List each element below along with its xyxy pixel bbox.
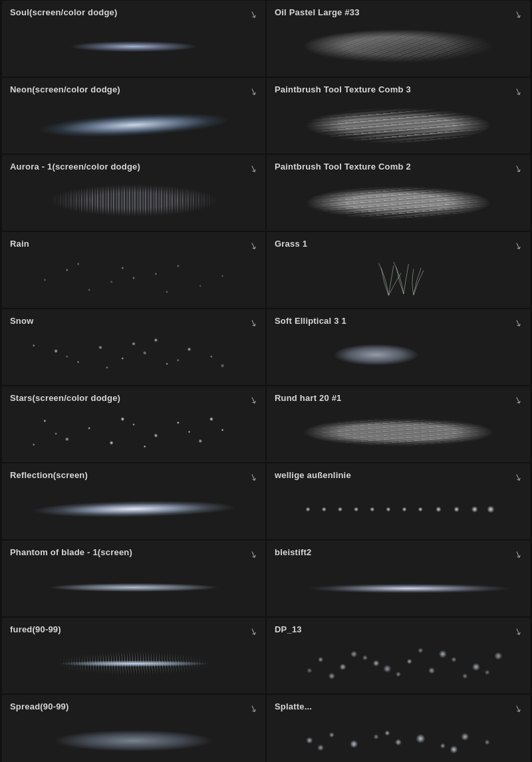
brush-preview-reflection [10,484,257,534]
brush-preview-aurora [10,176,257,225]
brush-name-neon: Neon(screen/color dodge) [10,84,257,94]
brush-name-soul: Soul(screen/color dodge) [10,7,257,17]
stroke-paintbrush3 [287,104,510,144]
brush-preview-paintbrush2 [275,176,522,225]
brush-preview-soft-elliptical [275,330,522,380]
brush-name-rund-hart: Rund hart 20 #1 [275,393,522,403]
brush-cell-grass[interactable]: Grass 1 ↘ [266,231,531,309]
brush-cell-aurora[interactable]: Aurora - 1(screen/color dodge) ↘ [1,154,266,231]
brush-name-soft-elliptical: Soft Elliptical 3 1 [275,316,522,326]
brush-grid: Soul(screen/color dodge) ↘ Oil Pastel La… [0,0,532,762]
stroke-paintbrush2 [287,181,510,221]
brush-name-paintbrush2: Paintbrush Tool Texture Comb 2 [275,162,522,172]
brush-name-dp13: DP_13 [275,624,522,634]
brush-name-phantom: Phantom of blade - 1(screen) [10,547,257,557]
brush-preview-splatter [275,715,522,762]
brush-cell-wellige[interactable]: wellige außenlinie ↘ [266,463,531,540]
stroke-snow [23,336,245,373]
stroke-soft-elliptical [287,336,510,373]
brush-preview-phantom [10,561,257,611]
brush-name-stars: Stars(screen/color dodge) [10,393,257,403]
brush-name-fured: fured(90-99) [10,624,257,634]
stroke-oil-pastel [287,28,510,64]
brush-name-reflection: Reflection(screen) [10,470,257,480]
brush-name-snow: Snow [10,316,257,326]
brush-name-oil-pastel: Oil Pastel Large #33 [275,7,522,17]
brush-preview-rain [10,253,257,303]
brush-cell-neon[interactable]: Neon(screen/color dodge) ↘ [1,77,266,154]
stroke-rain [23,258,245,298]
brush-preview-stars [10,407,257,457]
stroke-rund-hart [287,416,510,449]
brush-cell-oil-pastel[interactable]: Oil Pastel Large #33 ↘ [266,0,531,77]
stroke-spread [23,724,245,757]
brush-cell-soft-elliptical[interactable]: Soft Elliptical 3 1 ↘ [266,309,531,386]
stroke-soul [23,37,245,57]
brush-cell-paintbrush2[interactable]: Paintbrush Tool Texture Comb 2 ↘ [266,154,531,231]
stroke-reflection [22,495,245,523]
brush-preview-paintbrush3 [275,98,522,148]
brush-cell-bleistift[interactable]: bleistift2 ↘ [266,540,531,617]
stroke-aurora [23,182,245,219]
brush-preview-oil-pastel [275,21,522,71]
brush-preview-wellige [275,484,522,534]
brush-cell-soul[interactable]: Soul(screen/color dodge) ↘ [1,0,266,77]
brush-preview-spread [10,715,257,762]
brush-cell-splatter[interactable]: Splatte... ↘ [266,694,531,762]
stroke-phantom [23,576,245,596]
brush-preview-grass [275,253,522,303]
brush-preview-rund-hart [275,407,522,457]
brush-cell-rund-hart[interactable]: Rund hart 20 #1 ↘ [266,386,531,463]
brush-name-aurora: Aurora - 1(screen/color dodge) [10,162,257,172]
brush-preview-bleistift [275,561,522,611]
brush-cell-phantom[interactable]: Phantom of blade - 1(screen) ↘ [1,540,266,617]
stroke-bleistift [287,576,510,596]
wellige-dots [298,505,498,514]
stroke-splatter [287,722,510,759]
brush-name-grass: Grass 1 [275,239,522,249]
stroke-grass [287,258,510,298]
stroke-stars [23,414,245,450]
stroke-fured [23,648,245,678]
stroke-neon [22,104,245,142]
brush-name-splatter: Splatte... [275,701,522,711]
brush-name-paintbrush3: Paintbrush Tool Texture Comb 3 [275,84,522,94]
brush-preview-dp13 [275,638,522,688]
brush-name-rain: Rain [10,239,257,249]
brush-name-wellige: wellige außenlinie [275,470,522,480]
brush-cell-fured[interactable]: fured(90-99) ↘ [1,617,266,694]
brush-cell-spread[interactable]: Spread(90-99) ↘ [1,694,266,762]
brush-name-spread: Spread(90-99) [10,701,257,711]
brush-preview-fured [10,638,257,688]
brush-cell-stars[interactable]: Stars(screen/color dodge) ↘ [1,386,266,463]
brush-preview-snow [10,330,257,380]
brush-preview-neon [10,98,257,148]
stroke-wellige [287,499,510,519]
brush-name-bleistift: bleistift2 [275,547,522,557]
brush-cell-dp13[interactable]: DP_13 ↘ [266,617,531,694]
brush-cell-snow[interactable]: Snow ↘ [1,309,266,386]
brush-cell-reflection[interactable]: Reflection(screen) ↘ [1,463,266,540]
stroke-dp13 [287,645,510,682]
brush-cell-rain[interactable]: Rain ↘ [1,231,266,309]
brush-preview-soul [10,21,257,71]
brush-cell-paintbrush3[interactable]: Paintbrush Tool Texture Comb 3 ↘ [266,77,531,154]
